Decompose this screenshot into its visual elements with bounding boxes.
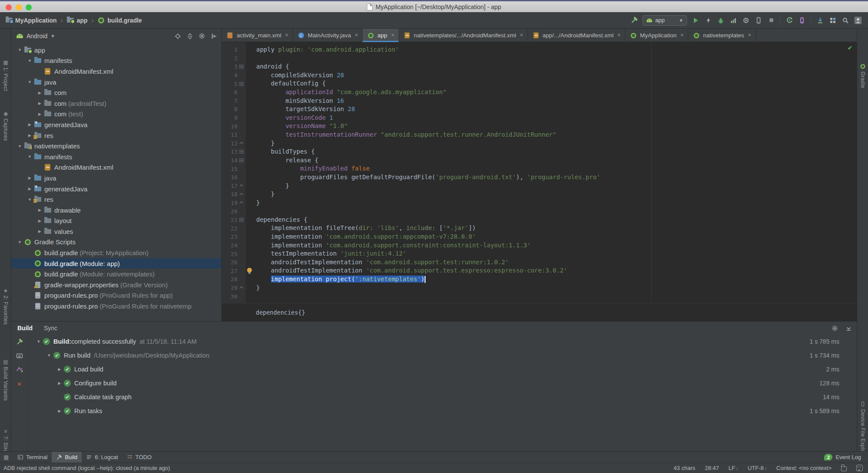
breadcrumb-item[interactable]: app bbox=[67, 17, 88, 24]
editor-tab[interactable]: activity_main.xml× bbox=[222, 29, 293, 42]
fold-marker-icon[interactable] bbox=[238, 65, 245, 69]
gutter-line[interactable]: 3 bbox=[222, 62, 246, 71]
fold-marker-icon[interactable] bbox=[238, 218, 245, 222]
code-line[interactable]: implementation project(':nativetemplates… bbox=[247, 275, 857, 284]
gutter-line[interactable]: 5 bbox=[222, 79, 246, 88]
close-window-button[interactable] bbox=[6, 4, 12, 10]
tool-button-captures[interactable]: ◉Captures bbox=[0, 111, 11, 141]
tree-item[interactable]: ▶res bbox=[11, 130, 221, 141]
tree-arrow-icon[interactable]: ▼ bbox=[45, 353, 53, 358]
apply-changes-icon[interactable] bbox=[704, 16, 712, 24]
expanded-arrow-icon[interactable]: ▼ bbox=[26, 80, 34, 84]
tab-sync-output[interactable]: Sync bbox=[44, 325, 57, 332]
close-tab-icon[interactable]: × bbox=[680, 32, 683, 38]
tool-button-build-variants[interactable]: ▤Build Variants bbox=[0, 359, 11, 401]
gutter-line[interactable]: 9 bbox=[222, 114, 246, 122]
gutter-line[interactable]: 4 bbox=[222, 71, 246, 80]
tree-item[interactable]: build.gradle(Module: app) bbox=[11, 258, 221, 269]
code-line[interactable] bbox=[247, 207, 857, 216]
gutter-line[interactable]: 23 bbox=[222, 233, 246, 241]
tree-item[interactable]: ▶*generatedJava bbox=[11, 119, 221, 130]
tree-item[interactable]: ▶layout bbox=[11, 216, 221, 227]
collapsed-arrow-icon[interactable]: ▶ bbox=[36, 101, 44, 105]
fold-marker-icon[interactable] bbox=[238, 286, 245, 289]
expanded-arrow-icon[interactable]: ▼ bbox=[16, 144, 24, 148]
collapsed-arrow-icon[interactable]: ▶ bbox=[26, 176, 34, 180]
gutter-line[interactable]: 16 bbox=[222, 173, 246, 182]
settings-gear-icon[interactable] bbox=[198, 32, 206, 40]
close-tab-icon[interactable]: × bbox=[355, 32, 358, 38]
gutter-line[interactable]: 12 bbox=[222, 139, 246, 148]
collapsed-arrow-icon[interactable]: ▶ bbox=[36, 229, 44, 233]
build-output-row[interactable]: ▶✔Run tasks1 s 589 ms bbox=[28, 404, 857, 418]
build-output-row[interactable]: ▶✔Load build2 ms bbox=[28, 362, 857, 376]
fold-marker-icon[interactable] bbox=[238, 141, 245, 145]
fold-marker-icon[interactable] bbox=[238, 193, 245, 196]
gutter-line[interactable]: 19 bbox=[222, 199, 246, 207]
unlock-icon[interactable] bbox=[841, 466, 847, 471]
build-settings-gear-icon[interactable] bbox=[831, 324, 838, 332]
code-line[interactable]: } bbox=[247, 139, 857, 148]
minimize-window-button[interactable] bbox=[16, 4, 22, 10]
gutter-line[interactable]: 2 bbox=[222, 54, 246, 63]
collapse-all-icon[interactable] bbox=[186, 32, 194, 40]
gutter-line[interactable]: 25 bbox=[222, 250, 246, 258]
code-line[interactable]: minifyEnabled false bbox=[247, 164, 857, 173]
gutter-line[interactable]: 1 bbox=[222, 46, 246, 54]
fold-marker-icon[interactable] bbox=[238, 82, 245, 86]
search-everywhere-icon[interactable] bbox=[842, 16, 849, 24]
code-line[interactable]: } bbox=[247, 190, 857, 199]
expanded-arrow-icon[interactable]: ▼ bbox=[26, 154, 34, 159]
close-tab-icon[interactable]: × bbox=[285, 32, 288, 38]
tree-item[interactable]: ▼app bbox=[11, 45, 221, 56]
breadcrumb-item[interactable]: MyApplication bbox=[5, 17, 57, 24]
inspection-ok-icon[interactable]: ✔ bbox=[848, 45, 852, 51]
tool-button-device-file-explorer[interactable]: Device File Explorer bbox=[857, 401, 868, 459]
tree-item[interactable]: ▶values bbox=[11, 226, 221, 237]
tree-item[interactable]: ▼java bbox=[11, 77, 221, 88]
tree-item[interactable]: build.gradle(Project: MyApplication) bbox=[11, 247, 221, 258]
editor-tab[interactable]: <>app/.../AndroidManifest.xml× bbox=[528, 29, 626, 42]
close-tab-icon[interactable]: × bbox=[617, 32, 620, 38]
code-line[interactable]: defaultConfig { bbox=[247, 79, 857, 88]
status-widget[interactable]: Context: <no context> bbox=[776, 465, 832, 471]
tree-item[interactable]: <>AndroidManifest.xml bbox=[11, 66, 221, 77]
zoom-window-button[interactable] bbox=[26, 4, 32, 10]
gutter-line[interactable]: 27 bbox=[222, 266, 246, 275]
tree-item[interactable]: gradle-wrapper.properties(Gradle Version… bbox=[11, 279, 221, 290]
gutter-line[interactable]: 30 bbox=[222, 292, 246, 301]
status-widget[interactable]: LF↕ bbox=[729, 465, 738, 471]
gutter-line[interactable]: 14 bbox=[222, 156, 246, 165]
code-line[interactable]: testInstrumentationRunner "android.suppo… bbox=[247, 131, 857, 139]
tree-arrow-icon[interactable]: ▶ bbox=[55, 367, 64, 371]
tool-window-button-todo[interactable]: TODO bbox=[122, 452, 156, 463]
project-structure-icon[interactable] bbox=[829, 16, 837, 24]
collapsed-arrow-icon[interactable]: ▶ bbox=[26, 122, 34, 127]
expanded-arrow-icon[interactable]: ▼ bbox=[26, 197, 34, 202]
code-editor[interactable]: 1234567891011121314151617181920212223242… bbox=[222, 42, 857, 303]
editor-tab[interactable]: CMainActivity.java× bbox=[293, 29, 363, 42]
code-line[interactable]: apply plugin: 'com.android.application' bbox=[247, 46, 857, 54]
build-hammer-icon[interactable] bbox=[630, 16, 638, 24]
gutter-line[interactable]: 8 bbox=[222, 105, 246, 114]
tree-item[interactable]: ▼nativetemplates bbox=[11, 141, 221, 151]
device-file-download-icon[interactable] bbox=[816, 16, 824, 24]
code-line[interactable]: implementation 'com.android.support.cons… bbox=[247, 241, 857, 250]
gutter-line[interactable]: 18 bbox=[222, 190, 246, 199]
tree-arrow-icon[interactable]: ▶ bbox=[55, 409, 64, 413]
code-line[interactable]: androidTestImplementation 'com.android.s… bbox=[247, 258, 857, 267]
tree-item[interactable]: ▶com(test) bbox=[11, 109, 221, 120]
intention-bulb-icon[interactable] bbox=[247, 268, 252, 273]
status-message[interactable]: ADB rejected shell command (logcat --hel… bbox=[3, 465, 170, 471]
code-line[interactable]: } bbox=[247, 199, 857, 207]
code-line[interactable]: release { bbox=[247, 156, 857, 165]
editor-tab[interactable]: nativetemplates× bbox=[688, 29, 756, 42]
tool-window-button-build[interactable]: Build bbox=[52, 452, 82, 463]
tree-item[interactable]: build.gradle(Module: nativetemplates) bbox=[11, 269, 221, 279]
gutter-line[interactable]: 13 bbox=[222, 148, 246, 156]
code-line[interactable]: implementation 'com.android.support:appc… bbox=[247, 233, 857, 241]
code-line[interactable]: proguardFiles getDefaultProguardFile('pr… bbox=[247, 173, 857, 182]
tree-item[interactable]: ▶com bbox=[11, 87, 221, 98]
tree-item[interactable]: ▶java bbox=[11, 173, 221, 184]
avd-manager-icon[interactable] bbox=[755, 16, 762, 24]
